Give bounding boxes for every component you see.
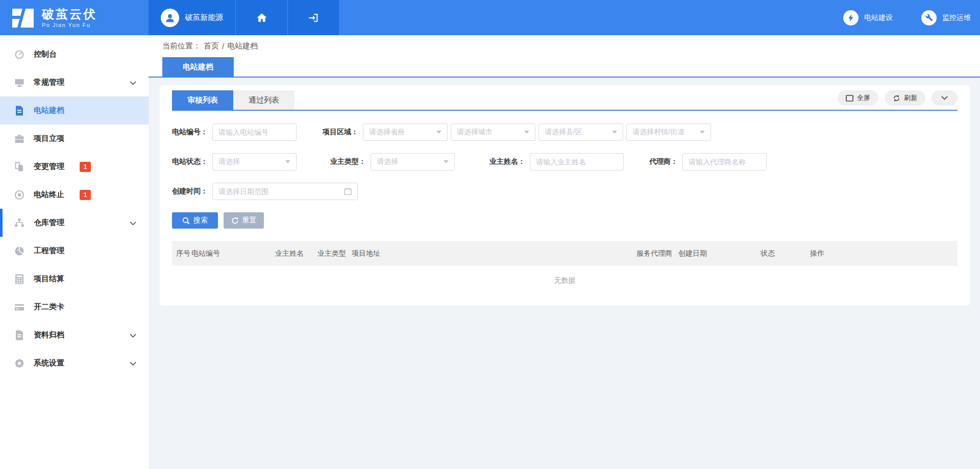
region-label: 项目区域： — [320, 128, 358, 137]
user-menu[interactable]: 破茧新能源 — [149, 0, 235, 35]
page-tab-station-archive[interactable]: 电站建档 — [162, 57, 234, 77]
change-mgmt-badge: 1 — [80, 162, 91, 172]
sidebar-item-change-mgmt[interactable]: 变更管理 1 — [0, 153, 149, 181]
town-placeholder: 请选择村镇/街道 — [632, 128, 684, 137]
owner-type-label: 业主类型： — [330, 157, 366, 166]
fullscreen-label: 全屏 — [857, 93, 870, 103]
sidebar-item-station-archive[interactable]: 电站建档 — [0, 96, 149, 125]
home-button[interactable] — [235, 0, 287, 35]
breadcrumb-home[interactable]: 首页 — [204, 41, 219, 51]
sidebar-label: 工程管理 — [34, 246, 64, 256]
col-index: 序号 — [176, 249, 191, 258]
city-placeholder: 请选择城市 — [457, 128, 493, 137]
briefcase-icon — [14, 133, 25, 144]
document-icon — [14, 330, 25, 341]
main-area: 当前位置： 首页 / 电站建档 电站建档 审核列表 通过列表 全屏 — [149, 35, 980, 469]
sidebar-label: 系统设置 — [34, 358, 64, 368]
gear-icon — [14, 358, 25, 369]
station-status-select[interactable]: 请选择 — [212, 153, 297, 170]
user-icon — [164, 12, 176, 23]
chevron-down-icon — [941, 96, 948, 100]
sidebar-label: 常规管理 — [34, 78, 64, 87]
select-arrow-icon — [436, 131, 442, 134]
sidebar-label: 开二类卡 — [34, 302, 64, 312]
tab-review-list[interactable]: 审核列表 — [172, 90, 233, 110]
tab-passed-list[interactable]: 通过列表 — [233, 90, 295, 110]
status-placeholder: 请选择 — [218, 157, 240, 166]
chevron-down-icon — [130, 361, 136, 365]
sidebar-item-project-initiation[interactable]: 项目立项 — [0, 125, 149, 153]
station-status-label: 电站状态： — [172, 157, 208, 166]
county-select[interactable]: 请选择县/区 — [538, 124, 623, 141]
sidebar-item-project-settlement[interactable]: 项目结算 — [0, 265, 149, 293]
col-owner-name: 业主姓名 — [275, 249, 317, 258]
owner-type-select[interactable]: 请选择 — [371, 153, 455, 170]
col-created-date: 创建日期 — [678, 249, 761, 258]
record-circle-icon — [14, 189, 25, 201]
top-navigation: 破茧新能源 电站建设 — [149, 0, 980, 35]
sidebar-label: 变更管理 — [34, 162, 64, 171]
sidebar-label: 项目结算 — [34, 274, 64, 284]
date-range-field[interactable] — [212, 183, 358, 200]
fullscreen-button[interactable]: 全屏 — [838, 90, 878, 106]
province-placeholder: 请选择省份 — [369, 128, 405, 137]
collapse-button[interactable] — [932, 90, 958, 106]
logout-button[interactable] — [287, 0, 339, 35]
brand-logo-area[interactable]: 破茧云伏 Po Jian Yun Fu — [0, 0, 149, 35]
col-status: 状态 — [761, 249, 810, 258]
sidebar-item-data-archive[interactable]: 资料归档 — [0, 321, 149, 349]
logout-icon — [307, 12, 320, 23]
app-header: 破茧云伏 Po Jian Yun Fu 破茧新能源 — [0, 0, 980, 35]
station-build-button[interactable]: 电站建设 — [843, 10, 893, 26]
select-arrow-icon — [524, 131, 529, 134]
dashboard-icon — [14, 49, 25, 60]
sidebar: 控制台 常规管理 电站建档 项目立项 变更管理 1 — [0, 35, 149, 469]
reset-button[interactable]: 重置 — [224, 212, 264, 229]
chevron-down-icon — [130, 333, 136, 337]
reset-label: 重置 — [242, 216, 257, 225]
search-button[interactable]: 搜索 — [172, 212, 218, 229]
table-empty-state: 无数据 — [172, 266, 958, 295]
monitor-ops-button[interactable]: 监控运维 — [921, 10, 971, 26]
col-service-agent: 服务代理商 — [636, 249, 678, 258]
brand-name: 破茧云伏 — [42, 8, 97, 21]
copy-icon — [14, 161, 25, 172]
agent-label: 代理商： — [648, 157, 678, 166]
calendar-icon — [344, 187, 352, 195]
wrench-icon — [921, 10, 937, 26]
filter-row-1: 电站编号： 项目区域： 请选择省份 请选择城市 — [172, 124, 958, 141]
owner-name-input[interactable] — [536, 158, 618, 166]
sidebar-label: 电站建档 — [34, 106, 64, 115]
station-terminate-badge: 1 — [80, 190, 91, 200]
select-arrow-icon — [285, 160, 290, 163]
breadcrumb-prefix: 当前位置： — [162, 41, 201, 51]
sidebar-item-dashboard[interactable]: 控制台 — [0, 40, 149, 68]
created-time-label: 创建时间： — [172, 187, 208, 196]
city-select[interactable]: 请选择城市 — [451, 124, 535, 141]
owner-name-field — [530, 153, 624, 170]
agent-input[interactable] — [689, 158, 761, 166]
breadcrumb-current: 电站建档 — [227, 41, 258, 51]
sidebar-item-system-settings[interactable]: 系统设置 — [0, 349, 149, 377]
pie-chart-icon — [14, 245, 25, 257]
sidebar-item-warehouse-mgmt[interactable]: 仓库管理 — [0, 209, 149, 237]
filter-row-3: 创建时间： — [172, 183, 958, 200]
station-no-input[interactable] — [218, 128, 290, 136]
fullscreen-icon — [846, 95, 853, 102]
sidebar-label: 仓库管理 — [34, 218, 64, 228]
brand-subtitle: Po Jian Yun Fu — [42, 22, 97, 28]
sidebar-item-engineering-mgmt[interactable]: 工程管理 — [0, 237, 149, 265]
sidebar-item-station-terminate[interactable]: 电站终止 1 — [0, 181, 149, 209]
sidebar-item-general-mgmt[interactable]: 常规管理 — [0, 68, 149, 96]
town-select[interactable]: 请选择村镇/街道 — [626, 124, 711, 141]
sidebar-item-open-card[interactable]: 开二类卡 — [0, 293, 149, 321]
province-select[interactable]: 请选择省份 — [363, 124, 448, 141]
date-range-input[interactable] — [218, 187, 344, 195]
sidebar-label: 项目立项 — [34, 134, 64, 143]
refresh-icon — [893, 94, 900, 102]
search-label: 搜索 — [193, 216, 208, 225]
refresh-button[interactable]: 刷新 — [885, 90, 925, 106]
col-actions: 操作 — [810, 249, 958, 258]
panel-card: 审核列表 通过列表 全屏 — [160, 85, 970, 306]
monitor-icon — [14, 77, 25, 88]
